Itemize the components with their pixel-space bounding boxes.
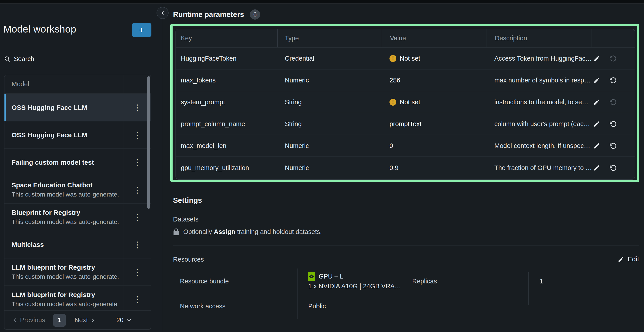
kebab-menu-icon[interactable]: ⋮ (130, 264, 145, 280)
runtime-parameters-title: Runtime parameters (173, 10, 244, 19)
param-description: instructions to the model, to se… (486, 91, 591, 113)
model-description: This custom model was auto-generate. (12, 218, 120, 225)
edit-param-icon[interactable] (593, 164, 600, 172)
page-title: Model workshop (3, 24, 76, 35)
next-page-button[interactable]: Next (74, 316, 96, 324)
browser-top-bar (0, 0, 644, 4)
search-label: Search (14, 55, 34, 63)
edit-label: Edit (628, 255, 639, 263)
param-value-text: Not set (400, 99, 420, 106)
edit-param-icon[interactable] (593, 98, 600, 106)
search-input[interactable]: Search (4, 55, 34, 63)
section-divider (173, 245, 639, 245)
replicas-divider (528, 272, 529, 305)
kebab-menu-icon[interactable]: ⋮ (130, 127, 145, 143)
hint-prefix: Optionally (183, 228, 212, 235)
param-description: column with user's prompt (eac… (486, 113, 591, 135)
assign-link[interactable]: Assign (214, 228, 236, 235)
kebab-menu-icon[interactable]: ⋮ (130, 182, 145, 198)
param-value: promptText (382, 113, 486, 135)
reset-param-icon[interactable] (609, 164, 617, 172)
edit-resources-button[interactable]: Edit (618, 255, 639, 263)
table-row: system_prompt String !Not set instructio… (176, 91, 635, 113)
model-name: OSS Hugging Face LLM (12, 131, 120, 139)
pagination-bar: Previous 1 Next 20 (4, 310, 151, 329)
table-row: gpu_memory_utilization Numeric 0.9 The f… (176, 157, 635, 179)
kebab-menu-icon[interactable]: ⋮ (130, 237, 145, 252)
model-description: This custom model was auto-generate (12, 300, 120, 308)
chevron-left-icon (160, 10, 166, 16)
model-list-item[interactable]: LLM blueprint for Registry This custom m… (4, 258, 151, 286)
edit-param-icon[interactable] (593, 142, 600, 150)
datasets-hint-text: Optionally Assign training and holdout d… (183, 228, 322, 235)
runtime-parameters-header: Runtime parameters 6 (173, 9, 260, 20)
model-list-item[interactable]: Blueprint for Registry This custom model… (4, 204, 151, 231)
add-model-button[interactable]: + (132, 23, 152, 37)
list-scrollbar[interactable] (147, 76, 150, 209)
nvidia-icon (308, 272, 315, 281)
param-description: Model context length. If unspec… (486, 135, 591, 156)
resources-label: Resources (173, 256, 204, 263)
resource-bundle-label: Resource bundle (180, 278, 229, 285)
column-header-description: Description (486, 29, 591, 47)
param-value: 256 (382, 70, 486, 91)
model-list-item[interactable]: OSS Hugging Face LLM ⋮ (4, 94, 151, 121)
chevron-down-icon (126, 317, 132, 323)
page-size-select[interactable]: 20 (116, 316, 132, 324)
lock-icon (173, 228, 179, 235)
column-header-actions (591, 29, 635, 47)
column-header-type: Type (277, 29, 382, 47)
model-list-item[interactable]: LLM blueprint for Registry This custom m… (4, 286, 151, 311)
kebab-menu-icon[interactable]: ⋮ (130, 100, 145, 115)
row-actions (591, 135, 635, 156)
reset-param-icon (609, 55, 617, 62)
table-header-row: Key Type Value Description (176, 29, 635, 48)
model-list-item[interactable]: OSS Hugging Face LLM ⋮ (4, 121, 151, 149)
param-type: Credential (277, 48, 382, 69)
current-page-button[interactable]: 1 (53, 314, 66, 327)
model-list-item[interactable]: Failing custom model test ⋮ (4, 149, 151, 176)
column-header-value: Value (382, 29, 486, 47)
reset-param-icon (609, 98, 617, 106)
reset-param-icon[interactable] (609, 142, 617, 150)
warning-icon: ! (390, 55, 396, 62)
column-header-key: Key (176, 29, 277, 47)
param-key: max_model_len (176, 135, 277, 156)
previous-page-button[interactable]: Previous (12, 316, 45, 324)
reset-param-icon[interactable] (609, 76, 617, 84)
replicas-label: Replicas (412, 278, 437, 285)
runtime-parameters-count-badge: 6 (250, 9, 260, 20)
page-size-value: 20 (116, 316, 123, 324)
edit-param-icon[interactable] (593, 120, 600, 128)
table-row: HuggingFaceToken Credential !Not set Acc… (176, 48, 635, 70)
param-key: HuggingFaceToken (176, 48, 277, 69)
edit-param-icon[interactable] (593, 55, 600, 62)
param-type: Numeric (277, 157, 382, 179)
param-type: String (277, 113, 382, 135)
param-description: The fraction of GPU memory to … (486, 157, 591, 179)
param-value: !Not set (382, 48, 486, 69)
model-name: Multiclass (12, 241, 120, 248)
replicas-value: 1 (540, 278, 543, 285)
network-access-label: Network access (180, 302, 226, 310)
kebab-menu-icon[interactable]: ⋮ (130, 292, 145, 307)
collapse-sidebar-button[interactable] (156, 7, 168, 19)
param-description: max number of symbols in resp… (486, 70, 591, 91)
param-key: gpu_memory_utilization (176, 157, 277, 179)
model-list-panel: Model OSS Hugging Face LLM ⋮ OSS Hugging… (4, 75, 151, 330)
chevron-left-icon (12, 317, 18, 323)
model-name: LLM blueprint for Registry (12, 264, 120, 271)
model-list-item[interactable]: Space Education Chatbot This custom mode… (4, 176, 151, 204)
reset-param-icon[interactable] (609, 120, 617, 128)
pencil-icon (618, 256, 624, 262)
model-description: This custom model was auto-generate. (12, 273, 120, 280)
kebab-menu-icon[interactable]: ⋮ (130, 155, 145, 170)
edit-param-icon[interactable] (593, 76, 600, 84)
row-actions (591, 113, 635, 135)
model-name: OSS Hugging Face LLM (12, 104, 120, 111)
kebab-menu-icon[interactable]: ⋮ (130, 209, 145, 225)
resource-divider (297, 268, 298, 319)
model-list: OSS Hugging Face LLM ⋮ OSS Hugging Face … (4, 94, 151, 311)
network-access-value: Public (308, 302, 326, 310)
model-list-item[interactable]: Multiclass ⋮ (4, 231, 151, 258)
